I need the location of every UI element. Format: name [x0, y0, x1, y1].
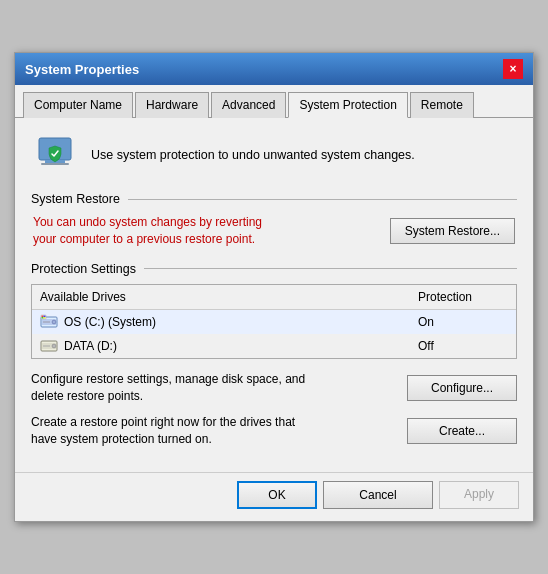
restore-description: You can undo system changes by reverting…: [33, 214, 283, 248]
configure-button[interactable]: Configure...: [407, 375, 517, 401]
configure-description: Configure restore settings, manage disk …: [31, 371, 321, 405]
close-button[interactable]: ×: [503, 59, 523, 79]
tab-remote[interactable]: Remote: [410, 92, 474, 118]
svg-rect-12: [44, 317, 46, 319]
ok-button[interactable]: OK: [237, 481, 317, 509]
tab-advanced[interactable]: Advanced: [211, 92, 286, 118]
create-button[interactable]: Create...: [407, 418, 517, 444]
dialog-footer: OK Cancel Apply: [15, 472, 533, 521]
table-row[interactable]: OS (C:) (System) On: [32, 310, 516, 334]
shield-icon: [31, 132, 79, 180]
tab-system-protection[interactable]: System Protection: [288, 92, 407, 118]
tab-content: Use system protection to undo unwanted s…: [15, 118, 533, 472]
dialog-title: System Properties: [25, 62, 139, 77]
col-protection: Protection: [418, 290, 508, 304]
protection-settings-header: Protection Settings: [31, 262, 517, 276]
svg-rect-9: [42, 315, 44, 317]
cancel-button[interactable]: Cancel: [323, 481, 433, 509]
drive-name-data: DATA (D:): [64, 339, 418, 353]
svg-point-6: [53, 321, 55, 323]
protection-status-data: Off: [418, 339, 508, 353]
col-available-drives: Available Drives: [40, 290, 418, 304]
system-restore-header: System Restore: [31, 192, 517, 206]
system-restore-button[interactable]: System Restore...: [390, 218, 515, 244]
svg-point-16: [53, 345, 55, 347]
table-row[interactable]: DATA (D:) Off: [32, 334, 516, 358]
svg-rect-10: [44, 315, 46, 317]
tab-bar: Computer Name Hardware Advanced System P…: [15, 85, 533, 118]
svg-rect-17: [43, 345, 50, 346]
drives-table: Available Drives Protection: [31, 284, 517, 359]
system-restore-title: System Restore: [31, 192, 120, 206]
apply-button: Apply: [439, 481, 519, 509]
svg-rect-2: [41, 163, 69, 165]
create-description: Create a restore point right now for the…: [31, 414, 321, 448]
drive-name-os: OS (C:) (System): [64, 315, 418, 329]
data-drive-icon: [40, 338, 58, 354]
os-drive-icon: [40, 314, 58, 330]
protection-settings-title: Protection Settings: [31, 262, 136, 276]
svg-rect-7: [43, 321, 50, 322]
tab-computer-name[interactable]: Computer Name: [23, 92, 133, 118]
svg-rect-11: [42, 317, 44, 319]
titlebar: System Properties ×: [15, 53, 533, 85]
protection-status-os: On: [418, 315, 508, 329]
restore-section: You can undo system changes by reverting…: [31, 214, 517, 248]
configure-section: Configure restore settings, manage disk …: [31, 371, 517, 405]
section-divider: [128, 199, 517, 200]
section-divider-2: [144, 268, 517, 269]
tab-hardware[interactable]: Hardware: [135, 92, 209, 118]
intro-section: Use system protection to undo unwanted s…: [31, 132, 517, 180]
create-section: Create a restore point right now for the…: [31, 414, 517, 448]
system-properties-dialog: System Properties × Computer Name Hardwa…: [14, 52, 534, 522]
table-header-row: Available Drives Protection: [32, 285, 516, 310]
intro-text: Use system protection to undo unwanted s…: [91, 147, 415, 165]
